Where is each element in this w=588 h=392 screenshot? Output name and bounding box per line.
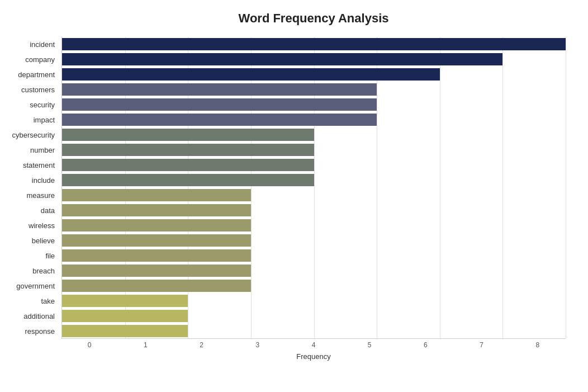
bar	[62, 159, 314, 171]
bar-label: data	[0, 206, 59, 215]
bar-row: number	[62, 143, 566, 157]
bar-row: government	[62, 278, 566, 293]
x-axis: 012345678	[61, 341, 566, 349]
bar-row: wireless	[62, 218, 566, 233]
bar-label: believe	[0, 237, 59, 245]
x-axis-label: Frequency	[61, 352, 566, 361]
bar-row: data	[62, 203, 566, 218]
bar	[62, 280, 251, 292]
x-tick: 1	[117, 341, 173, 349]
bar	[62, 83, 377, 96]
bar-row: include	[62, 173, 566, 187]
bar	[62, 249, 251, 262]
bar-label: company	[0, 55, 59, 64]
bar-row: impact	[62, 112, 566, 127]
bar-row: believe	[62, 233, 566, 248]
bar-row: measure	[62, 188, 566, 202]
x-tick: 3	[230, 341, 286, 349]
bar-row: additional	[62, 309, 566, 323]
bar-label: cybersecurity	[0, 131, 59, 139]
bar	[62, 295, 188, 307]
bar-label: department	[0, 70, 59, 79]
bar-label: impact	[0, 116, 59, 124]
bar-label: include	[0, 176, 59, 185]
bar-label: take	[0, 297, 59, 305]
bar	[62, 38, 566, 50]
bar-label: response	[0, 327, 59, 336]
bar	[62, 325, 188, 337]
bar	[62, 189, 251, 201]
bar-label: customers	[0, 86, 59, 94]
bar-label: measure	[0, 191, 59, 200]
bar	[62, 174, 314, 186]
bar-row: company	[62, 52, 566, 67]
bar-label: number	[0, 146, 59, 154]
bar-label: government	[0, 282, 59, 290]
chart-container: Word Frequency Analysis incidentcompanyd…	[0, 0, 588, 392]
bar-label: additional	[0, 312, 59, 320]
bar	[62, 310, 188, 322]
bar	[62, 98, 377, 111]
bar	[62, 234, 251, 247]
x-tick: 4	[286, 341, 342, 349]
bar	[62, 114, 377, 126]
x-tick: 2	[173, 341, 229, 349]
bar	[62, 144, 314, 156]
bar-row: response	[62, 324, 566, 338]
bar-row: incident	[62, 37, 566, 51]
bar	[62, 204, 251, 216]
bar-row: file	[62, 248, 566, 263]
bar-row: cybersecurity	[62, 127, 566, 142]
chart-title: Word Frequency Analysis	[61, 11, 566, 26]
bar-label: wireless	[0, 221, 59, 230]
x-tick: 8	[510, 341, 566, 349]
bar-row: department	[62, 67, 566, 82]
x-tick: 5	[342, 341, 397, 349]
x-tick: 0	[61, 341, 117, 349]
bar	[62, 219, 251, 232]
bar-label: breach	[0, 267, 59, 275]
bar-row: security	[62, 97, 566, 112]
bars-wrapper: incidentcompanydepartmentcustomerssecuri…	[61, 37, 566, 339]
bar	[62, 68, 440, 81]
bar-label: file	[0, 252, 59, 260]
bar-label: statement	[0, 161, 59, 169]
x-tick: 6	[397, 341, 453, 349]
bar-label: incident	[0, 40, 59, 49]
bar	[62, 129, 314, 141]
chart-area: incidentcompanydepartmentcustomerssecuri…	[61, 37, 566, 356]
bar-row: customers	[62, 82, 566, 97]
bar-row: breach	[62, 263, 566, 278]
bar	[62, 53, 502, 65]
bar-row: statement	[62, 158, 566, 172]
bar	[62, 265, 251, 277]
x-tick: 7	[454, 341, 510, 349]
bar-label: security	[0, 101, 59, 109]
bar-row: take	[62, 294, 566, 308]
